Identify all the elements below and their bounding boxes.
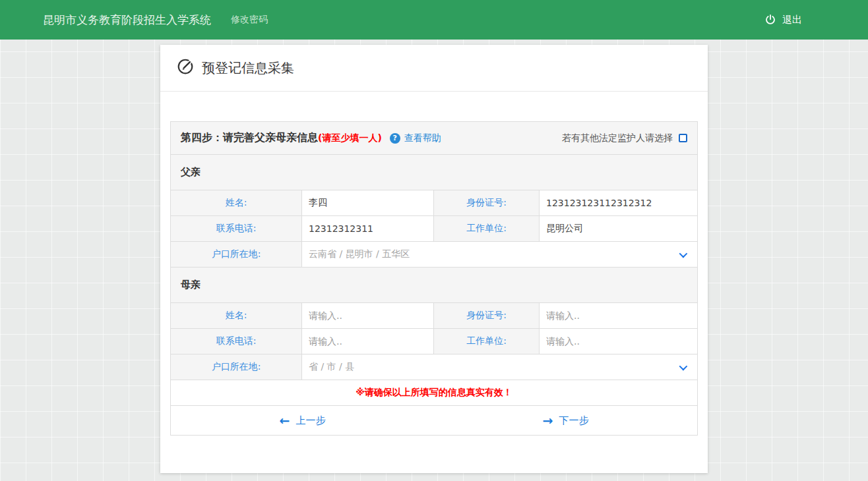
main-card: 预登记信息采集 第四步：请完善父亲母亲信息 (请至少填一人) ? 查看帮助 若有… (160, 45, 708, 473)
step-header: 第四步：请完善父亲母亲信息 (请至少填一人) ? 查看帮助 若有其他法定监护人请… (171, 122, 697, 155)
page-title: 预登记信息采集 (202, 59, 294, 77)
mother-row-1: 姓名: 身份证号: (171, 303, 697, 329)
mother-work-cell (540, 329, 697, 354)
help-link[interactable]: ? 查看帮助 (390, 132, 441, 144)
mother-phone-cell (302, 329, 434, 354)
next-step-label: 下一步 (559, 414, 588, 427)
arrow-right-icon: → (543, 414, 553, 427)
mother-section-header: 母亲 (171, 268, 697, 303)
mother-id-input[interactable] (540, 303, 697, 328)
father-row-2: 联系电话: 工作单位: (171, 216, 697, 242)
arrow-left-icon: ← (280, 414, 290, 427)
father-section-header: 父亲 (171, 155, 697, 190)
logout-button[interactable]: 退出 (764, 14, 802, 26)
father-phone-label: 联系电话: (171, 216, 302, 241)
change-password-link[interactable]: 修改密码 (231, 14, 268, 26)
form-panel: 第四步：请完善父亲母亲信息 (请至少填一人) ? 查看帮助 若有其他法定监护人请… (170, 121, 698, 436)
mother-name-label: 姓名: (171, 303, 302, 328)
father-name-label: 姓名: (171, 190, 302, 215)
edit-icon (177, 58, 194, 78)
mother-id-cell (540, 303, 697, 328)
father-residence-select[interactable]: 云南省 / 昆明市 / 五华区 (302, 242, 697, 267)
other-guardian-label: 若有其他法定监护人请选择 (562, 132, 673, 144)
father-work-label: 工作单位: (434, 216, 540, 241)
father-residence-label: 户口所在地: (171, 242, 302, 267)
card-body: 第四步：请完善父亲母亲信息 (请至少填一人) ? 查看帮助 若有其他法定监护人请… (160, 92, 708, 455)
father-id-input[interactable] (540, 190, 697, 215)
father-phone-input[interactable] (302, 216, 433, 241)
navbar-left: 昆明市义务教育阶段招生入学系统 修改密码 (43, 13, 268, 28)
step-title: 第四步：请完善父亲母亲信息 (181, 131, 318, 145)
prev-step-label: 上一步 (295, 414, 325, 427)
mother-name-cell (302, 303, 434, 328)
father-row-1: 姓名: 身份证号: (171, 190, 697, 216)
mother-row-2: 联系电话: 工作单位: (171, 329, 697, 354)
chevron-down-icon (679, 249, 688, 258)
father-name-input[interactable] (302, 190, 433, 215)
father-work-input[interactable] (540, 216, 697, 241)
app-title: 昆明市义务教育阶段招生入学系统 (43, 13, 211, 28)
logout-label: 退出 (782, 14, 802, 26)
other-guardian-checkbox[interactable] (679, 134, 687, 142)
mother-work-input[interactable] (540, 329, 697, 354)
mother-work-label: 工作单位: (434, 329, 540, 354)
validity-notice: ※请确保以上所填写的信息真实有效！ (171, 380, 697, 406)
mother-residence-placeholder: 省 / 市 / 县 (302, 361, 361, 373)
prev-step-button[interactable]: ← 上一步 (171, 406, 434, 435)
father-id-label: 身份证号: (434, 190, 540, 215)
father-residence-row: 户口所在地: 云南省 / 昆明市 / 五华区 (171, 242, 697, 268)
father-work-cell (540, 216, 697, 241)
mother-phone-input[interactable] (302, 329, 433, 354)
mother-residence-label: 户口所在地: (171, 354, 302, 380)
chevron-down-icon (679, 362, 688, 370)
step-nav: ← 上一步 → 下一步 (171, 406, 697, 435)
mother-id-label: 身份证号: (434, 303, 540, 328)
mother-name-input[interactable] (302, 303, 433, 328)
mother-phone-label: 联系电话: (171, 329, 302, 354)
help-link-label: 查看帮助 (404, 132, 441, 144)
step-hint: (请至少填一人) (318, 132, 382, 144)
father-phone-cell (302, 216, 434, 241)
step-header-left: 第四步：请完善父亲母亲信息 (请至少填一人) ? 查看帮助 (181, 131, 441, 145)
navbar: 昆明市义务教育阶段招生入学系统 修改密码 退出 (0, 0, 868, 40)
mother-residence-select[interactable]: 省 / 市 / 县 (302, 354, 697, 380)
card-header: 预登记信息采集 (160, 45, 708, 92)
father-residence-value: 云南省 / 昆明市 / 五华区 (302, 248, 416, 260)
father-id-cell (540, 190, 697, 215)
father-name-cell (302, 190, 434, 215)
other-guardian-option: 若有其他法定监护人请选择 (562, 132, 687, 144)
next-step-button[interactable]: → 下一步 (434, 406, 697, 435)
help-icon: ? (390, 133, 400, 144)
power-icon (764, 14, 776, 26)
mother-residence-row: 户口所在地: 省 / 市 / 县 (171, 354, 697, 380)
